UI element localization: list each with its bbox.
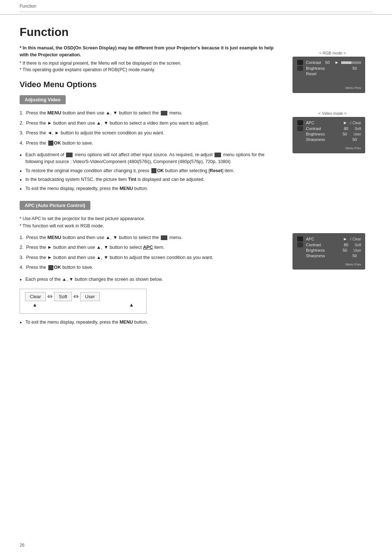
apc-section: APC (Auto Picture Control) * Use APC to … [20,201,282,326]
adjusting-video-header: Adjusting Video [20,95,66,104]
osd-video-screen: APC ► √ Clear Contrast 80 Soft Brightnes… [293,117,365,153]
osd-video-sharpness-row: Sharpness 50 [306,137,361,142]
osd-video-menu-prev: Menu Prev [345,146,361,150]
menu-icon-1 [161,111,167,116]
apc-exit-note: To exit the menu display, repeatedly, pr… [20,319,282,326]
apc-arrow-2: ⇔ [73,292,79,300]
osd-video-footer: Menu Prev [297,146,361,150]
apc-step-3: 3. Press the ► button and then use ▲, ▼ … [20,254,282,261]
apc-note-2: * This function will not work in RGB mod… [20,222,282,230]
intro-bold: * In this manual, the OSD(On Screen Disp… [20,45,274,57]
ok-icon-1 [48,141,53,146]
menu-icon-apc1 [161,235,167,240]
osd-apc-screen: APC ► √ Clear Contrast 80 Soft Brightnes… [293,233,365,270]
intro-notes: * In this manual, the OSD(On Screen Disp… [20,45,282,73]
page-container: Function Function * In this manual, the … [0,0,392,555]
apc-cycle-soft: Soft [54,292,72,301]
osd-apc-icon-4 [297,254,303,259]
apc-header: APC (Auto Picture Control) [20,201,90,210]
osd-apc-icon-1 [297,236,303,242]
apc-cycle-notes: Each press of the ▲, ▼ button changes th… [20,276,282,283]
osd-rgb-reset-row: Reset [306,72,361,76]
ok-icon-bullet2 [151,168,156,173]
osd-apc-icon-2 [297,242,303,247]
breadcrumb: Function [20,4,36,9]
bullet-4: To exit the menu display, repeatedly, pr… [20,185,282,192]
video-section-title: Video Menu Options [20,80,282,89]
osd-rgb-screen: Contrast 50 ► Brightness 50 Res [293,57,365,93]
video-bullets: Each adjustment of menu options will not… [20,151,282,192]
page-number: 26 [20,543,24,548]
apc-cycle-clear: Clear [25,292,46,301]
apc-cycle-note: Each press of the ▲, ▼ button changes th… [20,276,282,283]
right-column: < RGB mode > Contrast 50 ► [293,25,372,331]
osd-rgb-menu-prev: Menu Prev [345,86,361,90]
apc-step-2: 2. Press the ► button and then use ▲, ▼ … [20,244,282,251]
osd-rgb-contrast-row: Contrast 50 ► [306,60,361,65]
intro-note3: * This operating guide explains operatio… [20,66,282,73]
bullet-3: In the broadcasting system NTSC, the pic… [20,176,282,183]
osd-apc-brightness-row: Brightness 50 User [306,248,361,252]
menu-icon-bullet1 [66,153,73,157]
up-arrow-1: ▲ [32,302,37,308]
osd-apc-sharpness-row: Sharpness 50 [306,254,361,258]
video-step-2: 2. Press the ► button and then use ▲, ▼ … [20,119,282,127]
ok-icon-apc [48,265,53,270]
osd-video-icon-4 [297,138,303,143]
osd-icon-2 [297,66,303,71]
osd-apc-menu-prev: Menu Prev [345,263,361,266]
page-title: Function [20,25,282,39]
bullet-2: To restore the original image condition … [20,167,282,174]
video-step-3: 3. Press the ◄, ► button to adjust the s… [20,129,282,137]
osd-apc-icon-3 [297,248,303,253]
bullet-1: Each adjustment of menu options will not… [20,151,282,165]
apc-step-1: 1. Press the MENU button and then use ▲,… [20,234,282,241]
apc-step-4: 4. Press the OK button to save. [20,264,282,271]
osd-rgb-label: < RGB mode > [293,51,372,55]
osd-video-apc-row: APC ► √ Clear [306,120,361,125]
apc-exit: To exit the menu display, repeatedly, pr… [20,319,282,326]
osd-apc-contrast-row: Contrast 80 Soft [306,243,361,247]
contrast-bar [341,61,361,64]
osd-video-brightness-row: Brightness 50 User [306,132,361,136]
osd-icon-1 [297,60,303,65]
osd-icon-4 [297,77,303,82]
main-content: Function * In this manual, the OSD(On Sc… [0,15,392,353]
video-step-4: 4. Press the OK button to save. [20,139,282,147]
apc-cycle-diagram: Clear ⇔ Soft ⇔ User ▲ ▲ [20,289,147,314]
top-bar: Function [0,0,392,15]
video-step-1: 1. Press the MENU button and then use ▲,… [20,109,282,117]
osd-icon-3 [297,72,303,77]
intro-note2: * If there is no input signal present, t… [20,60,282,67]
osd-rgb-footer: Menu Prev [297,86,361,90]
osd-rgb-icons [297,60,304,84]
osd-video-rows: APC ► √ Clear Contrast 80 Soft Brightnes… [306,120,361,144]
osd-video-contrast-row: Contrast 80 Soft [306,126,361,131]
up-arrow-2: ▲ [129,302,134,308]
video-steps: 1. Press the MENU button and then use ▲,… [20,109,282,146]
osd-video-icon-2 [297,126,303,131]
osd-apc-apc-row: APC ► √ Clear [306,236,361,242]
osd-apc-rows: APC ► √ Clear Contrast 80 Soft Brightnes… [306,236,361,260]
apc-note-1: * Use APC to set the projector for the b… [20,215,282,222]
osd-video-label: < Video mode > [293,111,372,116]
apc-cycle-row: Clear ⇔ Soft ⇔ User [25,292,141,301]
left-column: Function * In this manual, the OSD(On Sc… [20,25,293,331]
apc-cycle-user: User [80,292,99,301]
menu-icon-bullet1b [215,153,221,157]
osd-video-icon-1 [297,120,303,125]
spacer-mid [293,161,372,233]
osd-apc-icons [297,236,304,260]
osd-apc-footer: Menu Prev [297,263,361,266]
osd-rgb-brightness-row: Brightness 50 [306,66,361,70]
apc-steps: 1. Press the MENU button and then use ▲,… [20,234,282,271]
osd-rgb-rows: Contrast 50 ► Brightness 50 Res [306,60,361,84]
apc-notes: * Use APC to set the projector for the b… [20,215,282,230]
apc-arrow-1: ⇔ [47,292,53,300]
osd-video-icons [297,120,304,144]
osd-video-icon-3 [297,132,303,137]
